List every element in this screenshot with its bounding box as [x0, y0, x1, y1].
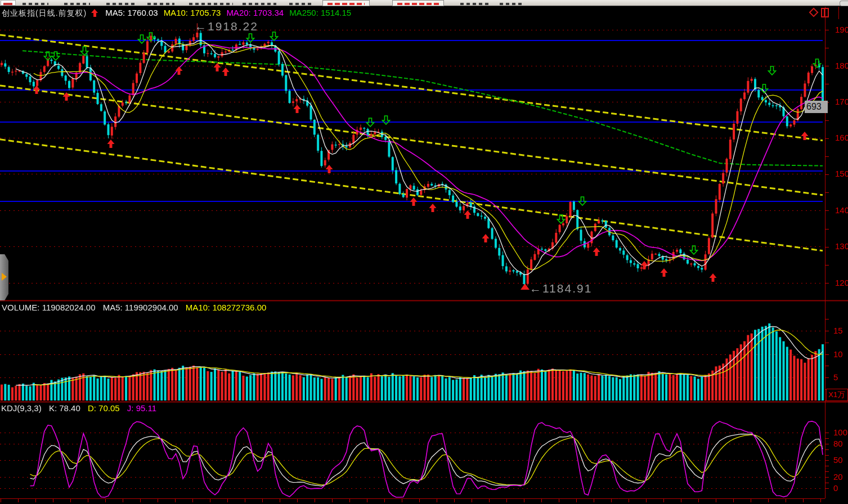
volume-axis-label: 10 — [833, 349, 843, 359]
volume-axis-label: 5 — [833, 372, 838, 382]
menu-item[interactable] — [23, 3, 48, 5]
price-axis-label: 1300 — [835, 241, 848, 251]
app-logo-icon — [1, 0, 16, 6]
kdj-axis-label: 50 — [833, 455, 843, 465]
menu-item[interactable] — [289, 3, 314, 5]
price-axis-label: 1200 — [835, 278, 848, 287]
menu-item[interactable] — [460, 3, 490, 5]
ma10-label: MA10: 1705.73 — [164, 8, 221, 17]
trading-app-window: 创业板指(日线.前复权)MA5: 1760.03MA10: 1705.73MA2… — [0, 0, 848, 504]
price-axis-label: 1800 — [835, 61, 848, 70]
menu-item[interactable] — [147, 3, 174, 5]
volume-unit-label: X1万 — [826, 389, 848, 401]
ma5-label: MA5: 1760.03 — [105, 8, 158, 17]
price-axis-label: 1400 — [835, 205, 848, 215]
kdj-header: KDJ(9,3,3) K: 78.40 D: 70.05 J: 95.11 — [1, 403, 161, 413]
volume-value: VOLUME: 119082024.00 — [2, 303, 96, 312]
pane-window-controls — [810, 8, 829, 18]
high-annotation: ←1918.22 — [195, 20, 258, 33]
window-restore-icon[interactable] — [821, 8, 829, 17]
kdj-axis-label: 80 — [833, 439, 843, 448]
kdj-axis-label: 20 — [833, 472, 843, 482]
low-marker-icon — [521, 284, 530, 290]
menu-item[interactable] — [106, 3, 134, 5]
menu-button-red-2[interactable] — [392, 0, 444, 6]
volume-axis-label: 15 — [833, 326, 843, 335]
up-arrow-icon — [91, 9, 98, 17]
kdj-j-label: J: 95.11 — [127, 403, 156, 413]
price-axis-label: 1700 — [835, 97, 848, 106]
sidebar-expander[interactable] — [0, 254, 8, 300]
price-axis-label: 1500 — [835, 169, 848, 178]
instrument-title: 创业板指(日线.前复权) — [2, 8, 87, 17]
kdj-k-label: K: 78.40 — [49, 403, 80, 413]
volume-ma5-label: MA5: 119902904.00 — [103, 303, 178, 312]
low-annotation: ←1184.91 — [530, 282, 592, 295]
chart-title-row: 创业板指(日线.前复权)MA5: 1760.03MA10: 1705.73MA2… — [2, 8, 351, 19]
kdj-d-label: D: 70.05 — [88, 403, 120, 413]
menu-item[interactable] — [500, 3, 524, 5]
volume-header: VOLUME: 119082024.00 MA5: 119902904.00 M… — [2, 303, 271, 312]
window-control[interactable] — [840, 1, 848, 6]
kdj-axis-label: 100 — [833, 428, 847, 437]
volume-ma10-label: MA10: 108272736.00 — [186, 303, 266, 312]
last-price-tag: 693 — [805, 101, 828, 113]
expand-arrow-icon — [2, 273, 7, 281]
kdj-axis-label: 0 — [833, 483, 838, 493]
menu-item[interactable] — [243, 3, 276, 5]
chart-canvas[interactable] — [0, 0, 848, 504]
ma20-label: MA20: 1703.34 — [226, 8, 284, 17]
ma250-label: MA250: 1514.15 — [289, 8, 351, 17]
menu-item[interactable] — [64, 3, 90, 5]
kdj-title: KDJ(9,3,3) — [1, 403, 42, 413]
menu-item[interactable] — [189, 3, 233, 5]
menu-button-red-1[interactable] — [322, 0, 370, 6]
diamond-icon[interactable] — [809, 8, 819, 17]
price-axis-label: 1900 — [835, 25, 848, 34]
menu-bar[interactable] — [0, 0, 848, 6]
price-axis-label: 1600 — [835, 133, 848, 142]
